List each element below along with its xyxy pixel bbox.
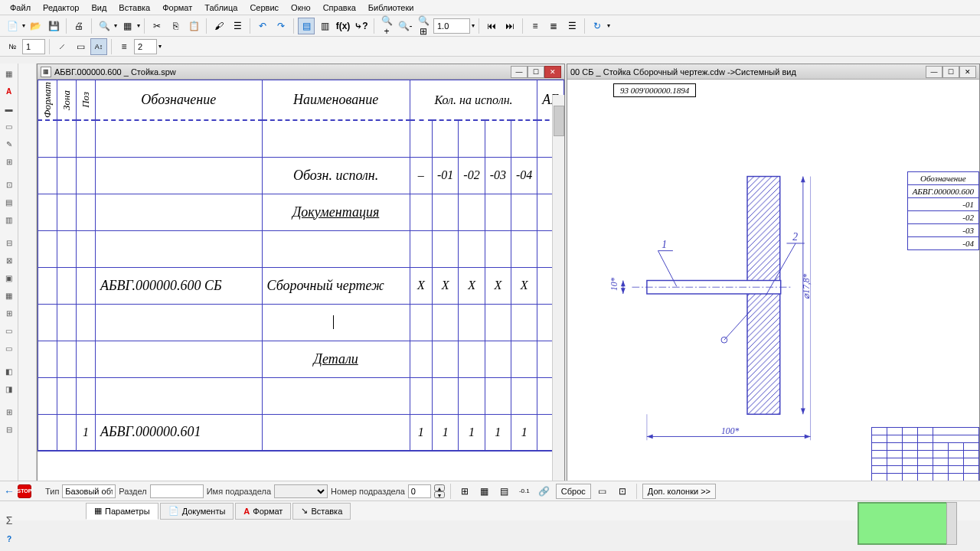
open-button[interactable]: 📂 (27, 18, 44, 34)
list-button[interactable]: ☰ (229, 18, 246, 34)
grid2-button[interactable]: ▦ (476, 483, 493, 500)
preview-button[interactable]: 🔍 (96, 18, 113, 34)
tool-a7[interactable]: ⊡ (2, 177, 17, 192)
menu-view[interactable]: Вид (85, 2, 113, 14)
align2-button[interactable]: ≣ (545, 18, 562, 34)
menu-table[interactable]: Таблица (198, 2, 243, 14)
copy-button[interactable]: ⎘ (167, 18, 184, 34)
zoom-in-button[interactable]: 🔍+ (378, 18, 395, 34)
help-pointer-button[interactable]: ⤷? (353, 18, 370, 34)
tool-d1[interactable]: ⊞ (2, 404, 17, 419)
cell-r3-name[interactable]: Сборочный чертеж (262, 267, 410, 304)
grid1-button[interactable]: ⊞ (456, 483, 473, 500)
opt2-button[interactable]: ⊡ (614, 483, 631, 500)
save-button[interactable]: 💾 (45, 18, 62, 34)
tool-a4[interactable]: ▭ (2, 119, 17, 134)
zoom-input[interactable] (433, 18, 470, 34)
refresh-button[interactable]: ↻ (589, 18, 606, 34)
tool-d2[interactable]: ⊟ (2, 422, 17, 437)
num-toggle-button[interactable]: -0.1 (516, 483, 533, 500)
tool-b5[interactable]: ⊞ (2, 305, 17, 321)
link-button[interactable]: 🔗 (536, 483, 553, 500)
tool-c2[interactable]: ◨ (2, 381, 17, 396)
doc2-min-button[interactable]: — (926, 66, 942, 78)
cell-r3-label[interactable]: АБВГ.000000.600 СБ (96, 267, 263, 304)
redo-button[interactable]: ↷ (273, 18, 289, 34)
new-button[interactable]: 📄 (4, 18, 21, 34)
mode-b-button[interactable]: ▭ (72, 38, 89, 55)
mode2-button[interactable]: ▥ (316, 18, 333, 34)
extra-cols-button[interactable]: Доп. колонки >> (642, 484, 716, 499)
menu-window[interactable]: Окно (285, 2, 317, 14)
mode1-button[interactable]: ▤ (298, 18, 315, 34)
mode-c-button[interactable]: A↕ (90, 38, 107, 55)
menu-editor[interactable]: Редактор (37, 2, 85, 14)
subnum-up[interactable]: ▲ (434, 484, 445, 491)
drawing-canvas[interactable]: 93 009'000000.1894 (567, 80, 979, 481)
cell-r5-poz[interactable]: 1 (77, 414, 96, 451)
cell-cursor[interactable] (262, 304, 410, 341)
paste-button[interactable]: 📋 (185, 18, 202, 34)
reset-button[interactable]: Сброс (556, 484, 591, 499)
align3-button[interactable]: ☰ (564, 18, 580, 34)
subname-select[interactable] (274, 484, 328, 498)
menu-service[interactable]: Сервис (243, 2, 285, 14)
nav-next-button[interactable]: ⏭ (501, 18, 518, 34)
sigma-button[interactable]: Σ (2, 513, 17, 528)
tool-text[interactable]: A (2, 83, 17, 99)
nav-prev-button[interactable]: ⏮ (483, 18, 500, 34)
num-input[interactable] (22, 39, 45, 54)
tool-a3[interactable]: ▬ (2, 101, 17, 116)
undo-button[interactable]: ↶ (254, 18, 271, 34)
cut-button[interactable]: ✂ (149, 18, 165, 34)
tool-b4[interactable]: ▦ (2, 288, 17, 303)
zoom-fit-button[interactable]: 🔍⊞ (415, 18, 432, 34)
navigator-panel[interactable] (858, 502, 949, 545)
cell-det[interactable]: Детали (262, 341, 410, 377)
scrollbar-left[interactable] (552, 95, 564, 481)
tool-a6[interactable]: ⊞ (2, 154, 17, 169)
grid3-button[interactable]: ▤ (496, 483, 513, 500)
menu-insert[interactable]: Вставка (113, 2, 156, 14)
align1-button[interactable]: ≡ (527, 18, 544, 34)
num-button[interactable]: № (4, 38, 21, 55)
tab-docs[interactable]: 📄Документы (160, 503, 234, 520)
razdel-input[interactable] (150, 484, 204, 498)
menu-help[interactable]: Справка (317, 2, 362, 14)
tab-insert[interactable]: ↘Вставка (292, 503, 351, 520)
tool-a1[interactable]: ▦ (2, 66, 17, 81)
spec-table[interactable]: Формат Зона Поз Обозначение Наименование… (38, 80, 564, 452)
lines-button[interactable]: ≡ (116, 38, 132, 55)
tab-params[interactable]: ▦Параметры (86, 503, 158, 520)
doc-close-button[interactable]: ✕ (544, 66, 561, 78)
print-button[interactable]: 🖨 (70, 18, 87, 34)
doc2-close-button[interactable]: ✕ (959, 66, 976, 78)
tool-c1[interactable]: ◧ (2, 364, 17, 379)
tool-a9[interactable]: ▥ (2, 212, 17, 227)
fx-button[interactable]: f(x) (335, 18, 351, 34)
doc-max-button[interactable]: ☐ (528, 66, 544, 78)
opt1-button[interactable]: ▭ (594, 483, 611, 500)
doc-min-button[interactable]: — (511, 66, 528, 78)
lines-input[interactable] (134, 39, 157, 54)
cell-ispol[interactable]: Обозн. исполн. (262, 157, 410, 194)
menu-format[interactable]: Формат (156, 2, 198, 14)
tool-a8[interactable]: ▤ (2, 194, 17, 210)
stop-button[interactable]: STOP (18, 484, 31, 498)
brush-button[interactable]: 🖌 (211, 18, 227, 34)
properties-button[interactable]: ▦ (119, 18, 136, 34)
tool-b3[interactable]: ▣ (2, 270, 17, 285)
back-arrow-icon[interactable]: ← (4, 485, 15, 497)
tool-b2[interactable]: ⊠ (2, 253, 17, 268)
zoom-out-button[interactable]: 🔍- (397, 18, 413, 34)
subnum-input[interactable] (408, 484, 431, 498)
tool-b6[interactable]: ▭ (2, 323, 17, 338)
tab-format[interactable]: AФормат (235, 503, 291, 520)
menu-libraries[interactable]: Библиотеки (362, 2, 420, 14)
type-input[interactable] (62, 484, 116, 498)
tool-b7[interactable]: ▭ (2, 341, 17, 356)
menu-file[interactable]: Файл (4, 2, 37, 14)
cell-r5-label[interactable]: АБВГ.000000.601 (96, 414, 263, 451)
subnum-down[interactable]: ▼ (434, 491, 445, 498)
cell-doc[interactable]: Документация (262, 194, 410, 230)
